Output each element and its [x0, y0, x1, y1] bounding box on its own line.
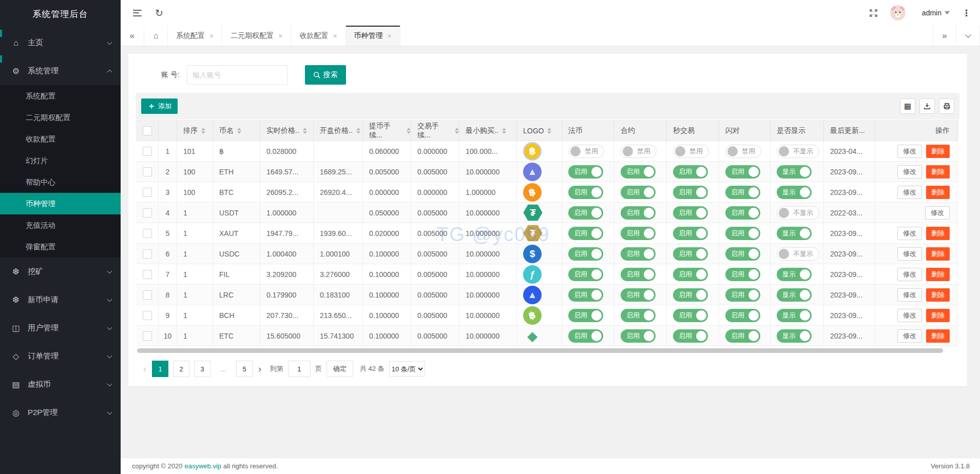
sidebar-item-mining[interactable]: ❆挖矿 [0, 258, 121, 286]
edit-button[interactable]: 修改 [897, 186, 922, 199]
fiat-toggle[interactable]: 启用 [568, 268, 603, 281]
fiat-toggle[interactable]: 启用 [568, 288, 603, 302]
next-page-icon[interactable]: › [257, 364, 262, 374]
contract-toggle[interactable]: 启用 [621, 227, 656, 240]
edit-button[interactable]: 修改 [897, 268, 922, 281]
edit-button[interactable]: 修改 [925, 206, 950, 220]
tab-home[interactable]: ⌂ [144, 26, 168, 46]
sidebar-item-coin-management[interactable]: 币种管理 [0, 193, 121, 214]
close-icon[interactable]: × [278, 32, 282, 40]
sidebar-item-virtual-coin[interactable]: ▤虚拟币 [0, 370, 121, 399]
contract-toggle[interactable]: 启用 [621, 186, 656, 199]
flash-toggle[interactable]: 启用 [725, 268, 760, 281]
contract-toggle[interactable]: 启用 [621, 165, 656, 179]
visible-toggle[interactable]: 不显示 [777, 206, 819, 220]
seconds-toggle[interactable]: 启用 [673, 206, 708, 220]
sidebar-item-recharge-activity[interactable]: 充值活动 [0, 214, 121, 236]
row-checkbox[interactable] [143, 229, 152, 238]
visible-toggle[interactable]: 显示 [777, 227, 812, 240]
fiat-toggle[interactable]: 启用 [568, 227, 603, 240]
sort-icon[interactable] [356, 128, 360, 134]
delete-button[interactable]: 删除 [926, 247, 950, 261]
user-menu[interactable]: admin [918, 9, 950, 17]
flash-toggle[interactable]: 禁用 [725, 145, 761, 158]
row-checkbox[interactable] [143, 167, 152, 176]
sidebar-item-slides[interactable]: 幻灯片 [0, 150, 121, 171]
fiat-toggle[interactable]: 启用 [568, 247, 603, 261]
contract-toggle[interactable]: 禁用 [621, 145, 657, 158]
footer-link[interactable]: easyweb.vip [184, 462, 221, 470]
seconds-toggle[interactable]: 禁用 [673, 145, 709, 158]
edit-button[interactable]: 修改 [897, 227, 922, 240]
visible-toggle[interactable]: 显示 [777, 309, 812, 322]
sidebar-item-popup-config[interactable]: 弹窗配置 [0, 236, 121, 258]
close-icon[interactable]: × [333, 32, 337, 40]
add-button[interactable]: ＋ 添加 [141, 98, 178, 114]
delete-button[interactable]: 删除 [926, 227, 950, 240]
sidebar-item-system-config[interactable]: 系统配置 [0, 85, 121, 107]
fiat-toggle[interactable]: 禁用 [568, 145, 604, 158]
sidebar-item-p2p-management[interactable]: ◎P2P管理 [0, 399, 121, 427]
row-checkbox[interactable] [143, 290, 152, 300]
sort-icon[interactable] [303, 128, 307, 134]
row-checkbox[interactable] [143, 270, 152, 279]
sort-icon[interactable] [237, 128, 241, 134]
visible-toggle[interactable]: 不显示 [777, 247, 819, 261]
page-button[interactable]: 3 [194, 361, 210, 377]
page-button[interactable]: 1 [152, 361, 168, 377]
sort-icon[interactable] [547, 128, 551, 134]
seconds-toggle[interactable]: 启用 [673, 186, 708, 199]
sidebar-item-binary-option-config[interactable]: 二元期权配置 [0, 107, 121, 128]
page-button[interactable]: 2 [173, 361, 189, 377]
visible-toggle[interactable]: 显示 [777, 165, 812, 179]
flash-toggle[interactable]: 启用 [725, 227, 760, 240]
contract-toggle[interactable]: 启用 [621, 309, 656, 322]
sidebar-item-new-coin-apply[interactable]: ❆新币申请 [0, 286, 121, 314]
tab-system-config[interactable]: 系统配置× [168, 26, 222, 46]
sidebar-item-system-management[interactable]: ⚙系统管理 [0, 57, 121, 85]
edit-button[interactable]: 修改 [897, 247, 922, 261]
tabs-scroll-right-icon[interactable]: » [933, 26, 956, 46]
fullscreen-icon[interactable] [869, 9, 878, 17]
row-checkbox[interactable] [143, 188, 152, 197]
sidebar-item-payment-config[interactable]: 收款配置 [0, 128, 121, 150]
edit-button[interactable]: 修改 [897, 329, 922, 343]
tab-payment-config[interactable]: 收款配置× [291, 26, 345, 46]
flash-toggle[interactable]: 启用 [725, 288, 760, 302]
confirm-button[interactable]: 确定 [326, 361, 353, 377]
sort-icon[interactable] [502, 128, 506, 134]
seconds-toggle[interactable]: 启用 [673, 309, 708, 322]
seconds-toggle[interactable]: 启用 [673, 268, 708, 281]
fiat-toggle[interactable]: 启用 [568, 309, 603, 322]
sidebar-item-help-center[interactable]: 帮助中心 [0, 171, 121, 193]
delete-button[interactable]: 删除 [926, 309, 950, 322]
tab-binary-option-config[interactable]: 二元期权配置× [222, 26, 291, 46]
flash-toggle[interactable]: 启用 [725, 206, 760, 220]
export-icon[interactable] [919, 98, 935, 114]
account-input[interactable] [187, 65, 287, 85]
contract-toggle[interactable]: 启用 [621, 206, 656, 220]
sort-icon[interactable] [455, 128, 459, 134]
edit-button[interactable]: 修改 [897, 288, 922, 302]
delete-button[interactable]: 删除 [926, 268, 950, 281]
visible-toggle[interactable]: 显示 [777, 329, 812, 343]
row-checkbox[interactable] [143, 249, 152, 259]
print-icon[interactable] [939, 98, 954, 114]
fiat-toggle[interactable]: 启用 [568, 329, 603, 343]
contract-toggle[interactable]: 启用 [621, 268, 656, 281]
delete-button[interactable]: 删除 [926, 186, 950, 199]
sidebar-item-home[interactable]: ⌂主页 [0, 29, 121, 57]
contract-toggle[interactable]: 启用 [621, 288, 656, 302]
fiat-toggle[interactable]: 启用 [568, 165, 603, 179]
row-checkbox[interactable] [143, 208, 152, 218]
delete-button[interactable]: 删除 [926, 165, 950, 179]
sidebar-item-order-management[interactable]: ◇订单管理 [0, 342, 121, 370]
select-all-checkbox[interactable] [143, 126, 152, 135]
edit-button[interactable]: 修改 [897, 309, 922, 322]
row-checkbox[interactable] [143, 147, 152, 156]
seconds-toggle[interactable]: 启用 [673, 288, 708, 302]
visible-toggle[interactable]: 显示 [777, 268, 812, 281]
per-page-select[interactable]: 10 条/页 [389, 361, 425, 377]
fiat-toggle[interactable]: 启用 [568, 186, 603, 199]
sort-icon[interactable] [407, 128, 411, 134]
